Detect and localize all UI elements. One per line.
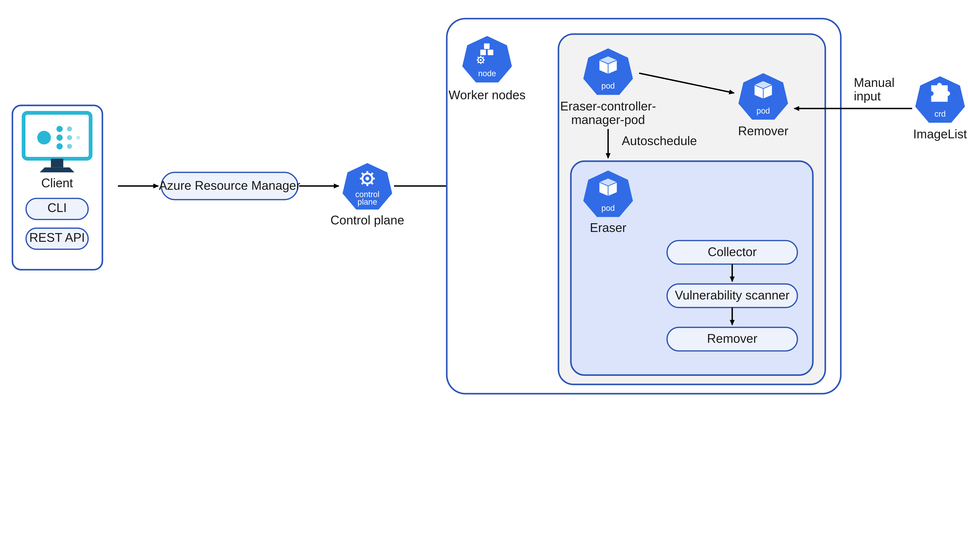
imagelist-crd-icon: crd — [915, 76, 965, 123]
manual-input-label-1: Manual — [854, 76, 894, 89]
svg-point-24 — [67, 135, 72, 140]
worker-nodes-label: Worker nodes — [449, 88, 525, 102]
svg-text:pod: pod — [601, 81, 615, 90]
client-restapi-label: REST API — [29, 231, 85, 244]
svg-text:pod: pod — [757, 106, 770, 115]
remover-label: Remover — [738, 124, 788, 138]
svg-point-26 — [76, 136, 80, 139]
svg-point-23 — [67, 127, 72, 132]
svg-rect-18 — [51, 159, 63, 167]
collector-label: Collector — [708, 245, 757, 259]
svg-text:plane: plane — [357, 197, 377, 206]
svg-point-20 — [56, 126, 63, 132]
svg-text:pod: pod — [601, 203, 615, 213]
manual-input-label-2: input — [854, 89, 881, 103]
arm-label: Azure Resource Manager — [159, 178, 300, 192]
svg-rect-17 — [23, 113, 91, 159]
scanner-label: Vulnerability scanner — [675, 288, 790, 302]
pipeline-remover-label: Remover — [707, 332, 757, 345]
client-cli-label: CLI — [47, 201, 67, 215]
svg-point-19 — [37, 131, 51, 144]
svg-point-25 — [67, 144, 72, 149]
eraser-label: Eraser — [590, 221, 627, 235]
imagelist-label: ImageList — [913, 127, 967, 141]
client-label: Client — [41, 176, 73, 190]
control-plane-icon: control plane — [343, 163, 392, 210]
control-plane-label: Control plane — [330, 213, 404, 227]
svg-point-21 — [56, 135, 63, 141]
svg-text:node: node — [478, 69, 496, 78]
svg-point-22 — [56, 143, 63, 149]
architecture-diagram: Client CLI REST API Azure Resource Manag… — [0, 0, 968, 403]
svg-text:crd: crd — [935, 109, 946, 118]
client-group: Client CLI REST API — [12, 106, 103, 270]
eraser-controller-label-1: Eraser-controller- — [560, 99, 656, 113]
eraser-controller-label-2: manager-pod — [571, 113, 645, 127]
autoschedule-label: Autoschedule — [622, 134, 697, 148]
